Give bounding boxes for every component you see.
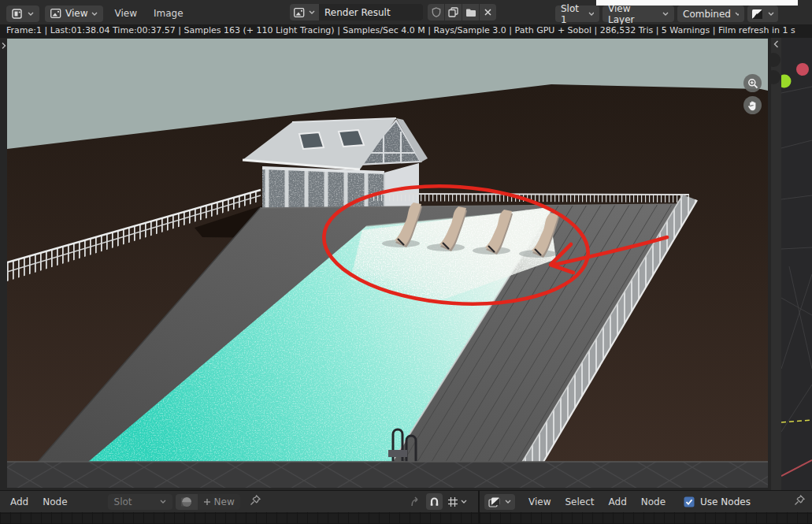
image-icon (50, 9, 61, 18)
pin-icon (250, 494, 261, 506)
checkbox-checked-icon (684, 496, 695, 507)
use-nodes-checkbox[interactable]: Use Nodes (684, 496, 751, 507)
chevron-down-icon (160, 500, 166, 504)
image-name-field[interactable]: Render Result (319, 4, 423, 20)
fake-user-shield-button[interactable] (428, 4, 444, 20)
display-mode-label: View (65, 8, 87, 19)
image-editor-area[interactable] (0, 38, 771, 490)
sidebar-collapse-band (771, 38, 781, 490)
browse-datablock-button[interactable] (176, 494, 198, 510)
chevron-down-icon (768, 12, 774, 16)
hand-icon (747, 100, 758, 111)
close-icon (484, 8, 492, 17)
light-path-line (781, 420, 812, 422)
chevron-down-icon (309, 10, 315, 14)
chevron-right-icon (1, 42, 6, 50)
new-datablock-group: New (176, 494, 240, 510)
image-icon (294, 8, 305, 17)
pan-hand-button[interactable] (743, 96, 762, 114)
pin-button[interactable] (250, 494, 261, 509)
chevron-down-icon (461, 500, 467, 504)
display-channels-icon (751, 9, 764, 20)
toolbar-expand-arrow[interactable] (0, 39, 7, 52)
shield-icon (432, 7, 441, 17)
chevron-down-icon (28, 12, 34, 16)
image-editor-header: View View Image Render Result (0, 0, 812, 24)
display-channels-button[interactable] (747, 6, 778, 22)
menu-view-compositor[interactable]: View (521, 496, 558, 507)
magnifier-plus-icon (747, 78, 758, 89)
slot-dropdown[interactable]: Slot 1 (555, 6, 599, 22)
snap-grid-icon (447, 496, 458, 507)
render-pass-dropdown[interactable]: Combined (677, 6, 744, 22)
menu-add-compositor[interactable]: Add (602, 496, 634, 507)
unlink-image-button[interactable] (480, 4, 496, 20)
menu-node[interactable]: Node (35, 496, 74, 507)
render-status-text: Frame:1 | Last:01:38.04 Time:00:37.57 | … (6, 25, 795, 35)
duplicate-icon (448, 7, 458, 17)
new-image-button[interactable] (445, 4, 462, 20)
editor-type-button-compositor[interactable] (484, 494, 515, 510)
menu-select-compositor[interactable]: Select (558, 496, 601, 507)
display-mode-dropdown[interactable]: View (45, 6, 103, 22)
menu-node-compositor[interactable]: Node (634, 496, 673, 507)
axis-red-line (781, 460, 812, 476)
window-edge-highlight (596, 0, 798, 6)
gizmo-y-axis-dot[interactable] (781, 75, 792, 88)
render-status-bar: Frame:1 | Last:01:38.04 Time:00:37.57 | … (0, 24, 812, 38)
open-image-button[interactable] (462, 4, 479, 20)
magnet-icon (429, 496, 439, 507)
compositor-header: View Select Add Node Use Nodes (480, 490, 812, 512)
chevron-down-icon (505, 500, 511, 504)
menu-view[interactable]: View (109, 4, 142, 23)
view-layer-dropdown[interactable]: View Layer (603, 6, 674, 22)
compositor-icon (488, 496, 501, 507)
node-editor-canvas-left[interactable] (0, 512, 478, 524)
collapsed-panel-tab[interactable] (771, 70, 780, 84)
parent-node-tree-icon[interactable] (410, 496, 421, 507)
image-editor-icon (12, 9, 24, 19)
editor-type-button[interactable] (6, 6, 39, 22)
chevron-down-icon (91, 12, 98, 16)
viewport-3d-sliver[interactable] (781, 38, 812, 490)
node-editor-header-left: Add Node Slot New (0, 490, 478, 512)
near-paving (7, 462, 768, 488)
image-datablock-selector[interactable] (290, 4, 319, 20)
blender-window: View View Image Render Result (0, 0, 812, 524)
slot-dropdown-disabled[interactable]: Slot (108, 494, 172, 510)
collapsed-panel-tab[interactable] (771, 53, 780, 67)
chevron-down-icon (588, 12, 594, 16)
chevron-down-icon (735, 12, 739, 16)
menu-image[interactable]: Image (148, 4, 189, 23)
gizmo-x-axis-dot[interactable] (796, 63, 809, 76)
snap-toggle-button[interactable] (426, 493, 443, 510)
pin-icon (794, 494, 806, 506)
sidebar-collapse-arrow[interactable] (775, 41, 778, 47)
plus-icon (203, 498, 211, 506)
pin-button-compositor[interactable] (794, 494, 806, 509)
folder-icon (465, 8, 476, 17)
zoom-in-button[interactable] (743, 74, 762, 92)
sphere-icon (181, 496, 192, 507)
snap-mode-dropdown[interactable] (447, 496, 467, 507)
menu-add[interactable]: Add (3, 496, 35, 507)
node-editor-canvas-right[interactable] (480, 512, 812, 524)
render-result-image (7, 39, 768, 488)
new-button[interactable]: New (198, 494, 240, 510)
chevron-down-icon (662, 12, 669, 16)
